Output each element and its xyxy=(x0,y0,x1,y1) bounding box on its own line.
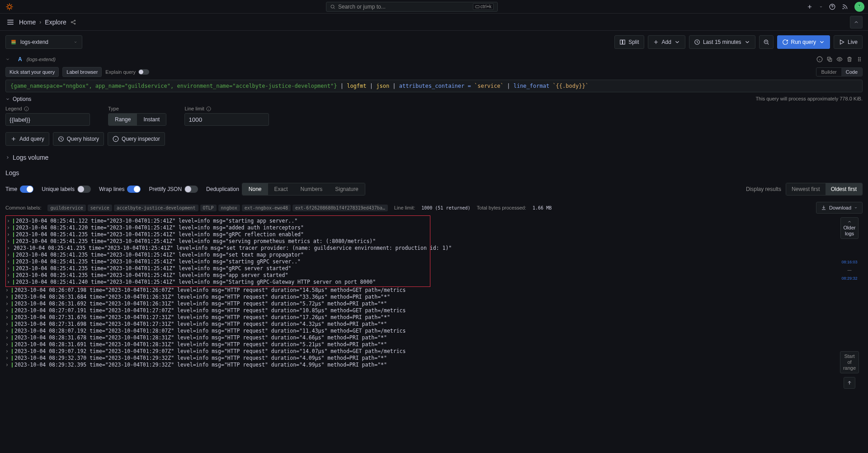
log-line[interactable]: ›2023-10-04 08:29:32.395 time="2023-10-0… xyxy=(5,362,836,368)
type-instant[interactable]: Instant xyxy=(137,114,166,125)
opt-unique-toggle[interactable] xyxy=(77,186,91,193)
kick-start-button[interactable]: Kick start your query xyxy=(5,67,59,77)
opt-time-label: Time xyxy=(5,186,17,192)
add-button[interactable]: Add xyxy=(648,35,685,49)
log-line[interactable]: ›2023-10-04 08:28:07.192 time="2023-10-0… xyxy=(5,328,836,334)
start-of-range: Start of range xyxy=(840,351,859,373)
help-icon[interactable] xyxy=(829,4,835,10)
log-line[interactable]: ›2023-10-04 08:25:41.235 time="2023-10-0… xyxy=(7,238,429,245)
options-toggle[interactable]: Options xyxy=(5,96,269,102)
log-line[interactable]: ›2023-10-04 08:28:31.691 time="2023-10-0… xyxy=(5,341,836,348)
rail-ts-dash: — xyxy=(848,268,852,272)
tab-code[interactable]: Code xyxy=(841,68,862,76)
plus-icon[interactable] xyxy=(807,4,813,10)
log-line[interactable]: ›2023-10-04 08:26:31.684 time="2023-10-0… xyxy=(5,294,836,300)
log-line[interactable]: ›2023-10-04 08:25:41.235 time="2023-10-0… xyxy=(7,245,429,252)
eye-icon[interactable] xyxy=(836,56,843,62)
split-button[interactable]: Split xyxy=(614,35,644,49)
chevron-right-icon: › xyxy=(7,245,10,252)
log-text: 2023-10-04 08:25:41.122 time="2023-10-04… xyxy=(16,218,297,224)
dedup-none[interactable]: None xyxy=(242,183,268,195)
log-line[interactable]: ›2023-10-04 08:25:41.240 time="2023-10-0… xyxy=(7,279,429,286)
log-line[interactable]: ›2023-10-04 08:29:32.370 time="2023-10-0… xyxy=(5,355,836,362)
log-text: 2023-10-04 08:29:32.395 time="2023-10-04… xyxy=(14,362,387,368)
log-line[interactable]: ›2023-10-04 08:26:07.198 time="2023-10-0… xyxy=(5,287,836,294)
log-line[interactable]: ›2023-10-04 08:28:31.678 time="2023-10-0… xyxy=(5,334,836,341)
datasource-select[interactable]: logs-extend xyxy=(5,35,82,49)
menu-toggle-icon[interactable] xyxy=(5,17,15,27)
log-line[interactable]: ›2023-10-04 08:25:41.235 time="2023-10-0… xyxy=(7,265,429,272)
common-label-chip: guildservice xyxy=(47,205,85,211)
info-icon[interactable] xyxy=(816,56,823,62)
svg-rect-7 xyxy=(859,5,860,5)
explain-query-toggle[interactable] xyxy=(138,69,149,75)
add-query-button[interactable]: Add query xyxy=(5,132,49,146)
log-level-bar xyxy=(13,259,14,264)
line-limit-input[interactable] xyxy=(184,113,269,126)
download-button[interactable]: Download xyxy=(816,202,863,214)
query-history-button[interactable]: Query history xyxy=(53,132,104,146)
sort-newest[interactable]: Newest first xyxy=(786,183,826,195)
log-line[interactable]: ›2023-10-04 08:25:41.235 time="2023-10-0… xyxy=(7,272,429,279)
query-letter[interactable]: A xyxy=(18,56,22,62)
log-text: 2023-10-04 08:25:41.235 time="2023-10-04… xyxy=(16,265,291,272)
run-query-button[interactable]: Run query xyxy=(777,35,830,49)
chevron-right-icon: › xyxy=(7,258,11,265)
log-line[interactable]: ›2023-10-04 08:29:07.192 time="2023-10-0… xyxy=(5,348,836,355)
breadcrumb-home[interactable]: Home xyxy=(19,19,36,26)
tab-builder[interactable]: Builder xyxy=(816,68,841,76)
log-level-bar xyxy=(12,349,13,354)
query-code-input[interactable]: {game_namespace="nngbox", app_name="guil… xyxy=(5,80,863,92)
time-range-button[interactable]: Last 15 minutes xyxy=(689,35,755,49)
log-line[interactable]: ›2023-10-04 08:27:31.676 time="2023-10-0… xyxy=(5,314,836,321)
chevron-down-icon[interactable] xyxy=(5,57,10,62)
log-line[interactable]: ›2023-10-04 08:26:31.692 time="2023-10-0… xyxy=(5,300,836,307)
opt-pretty-toggle[interactable] xyxy=(184,186,198,193)
scroll-to-top-button[interactable] xyxy=(844,377,855,389)
collapse-panel-button[interactable] xyxy=(850,16,863,29)
chevron-right-icon: › xyxy=(5,294,10,300)
avatar[interactable] xyxy=(854,2,864,12)
search-input[interactable]: Search or jump to... ctrl+k xyxy=(326,2,498,12)
log-line[interactable]: ›2023-10-04 08:27:31.698 time="2023-10-0… xyxy=(5,321,836,328)
svg-rect-13 xyxy=(11,43,15,44)
dedup-numbers[interactable]: Numbers xyxy=(294,183,329,195)
legend-input[interactable] xyxy=(5,113,90,126)
query-inspector-button[interactable]: Query inspector xyxy=(108,132,165,146)
zoom-out-button[interactable] xyxy=(759,35,774,49)
older-logs-button[interactable]: Older logs xyxy=(840,217,859,239)
svg-point-26 xyxy=(859,61,859,61)
live-button[interactable]: Live xyxy=(834,35,863,49)
rss-icon[interactable] xyxy=(842,4,848,10)
trash-icon[interactable] xyxy=(846,56,853,62)
log-line[interactable]: ›2023-10-04 08:25:41.235 time="2023-10-0… xyxy=(7,258,429,265)
drag-handle-icon[interactable] xyxy=(856,56,863,62)
chevron-right-icon: › xyxy=(5,334,10,341)
log-line[interactable]: ›2023-10-04 08:25:41.235 time="2023-10-0… xyxy=(7,252,429,258)
breadcrumb-explore[interactable]: Explore xyxy=(45,19,66,26)
logs-volume-toggle[interactable]: Logs volume xyxy=(5,154,863,161)
log-line[interactable]: ›2023-10-04 08:25:41.220 time="2023-10-0… xyxy=(7,224,429,231)
opt-wrap-toggle[interactable] xyxy=(127,186,141,193)
share-icon[interactable] xyxy=(70,19,76,25)
label-browser-button[interactable]: Label browser xyxy=(62,67,102,77)
log-line[interactable]: ›2023-10-04 08:27:07.191 time="2023-10-0… xyxy=(5,307,836,314)
dedup-exact[interactable]: Exact xyxy=(268,183,294,195)
copy-icon[interactable] xyxy=(826,56,833,62)
grafana-logo-icon[interactable] xyxy=(5,3,14,11)
log-line[interactable]: ›2023-10-04 08:25:41.235 time="2023-10-0… xyxy=(7,231,429,238)
opt-time-toggle[interactable] xyxy=(20,186,33,193)
log-line[interactable]: ›2023-10-04 08:25:41.122 time="2023-10-0… xyxy=(7,218,429,224)
display-results-label: Display results xyxy=(746,186,781,192)
log-level-bar xyxy=(13,266,14,271)
chevron-down-icon[interactable] xyxy=(819,5,823,9)
common-labels-title: Common labels: xyxy=(5,205,41,210)
sort-oldest[interactable]: Oldest first xyxy=(826,183,862,195)
type-range[interactable]: Range xyxy=(108,114,137,125)
chevron-right-icon: › xyxy=(7,238,11,245)
chevron-right-icon: › xyxy=(5,321,10,328)
rail-ts-start: 08:16:03 xyxy=(841,260,857,264)
log-text: 2023-10-04 08:25:41.220 time="2023-10-04… xyxy=(16,224,304,231)
dedup-signature[interactable]: Signature xyxy=(329,183,364,195)
chevron-down-icon xyxy=(819,39,825,45)
